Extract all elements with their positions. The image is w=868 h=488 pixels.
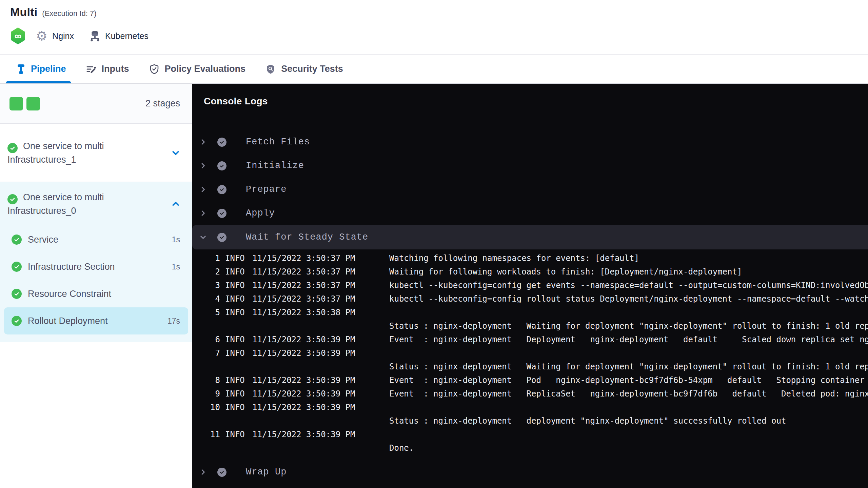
step-label: Service (28, 235, 172, 245)
pipeline-execution-page: Multi (Execution Id: 7) ∞ ⚙ Nginx Kubern… (0, 0, 868, 488)
tab-label: Pipeline (31, 64, 66, 74)
stages-sidebar: 2 stages One service to multi Infrastruc… (0, 84, 192, 488)
success-check-icon (217, 468, 226, 477)
step-label: Infrastructure Section (28, 262, 172, 272)
step-duration: 1s (172, 235, 180, 244)
section-title: Wait for Steady State (246, 232, 368, 242)
stage-row-infrastructures-0[interactable]: One service to multi Infrastructures_0 (0, 182, 192, 226)
log-line: 8INFO11/15/2022 3:50:39 PMEvent : nginx-… (192, 373, 868, 387)
log-section-prepare[interactable]: Prepare (192, 178, 868, 201)
pipeline-icon (16, 64, 26, 75)
service-gear-icon: ⚙ (36, 29, 47, 42)
console-panel: Console Logs Fetch Files Initialize Prep… (192, 84, 868, 488)
log-section-wait-for-steady-state[interactable]: Wait for Steady State (192, 225, 868, 249)
log-list: 1INFO11/15/2022 3:50:37 PMWatching follo… (192, 251, 868, 455)
console-header: Console Logs (192, 84, 868, 119)
stage-row-infrastructures-1[interactable]: One service to multi Infrastructures_1 (0, 124, 192, 182)
chevron-right-icon (199, 209, 207, 217)
chevron-down-icon[interactable] (171, 148, 181, 158)
tab-label: Security Tests (281, 64, 343, 74)
environment-name: Kubernetes (105, 31, 149, 41)
success-check-icon (12, 262, 22, 272)
success-check-icon (12, 289, 22, 299)
section-title: Initialize (246, 161, 304, 171)
chevron-right-icon (199, 138, 207, 146)
harness-cd-stage-icon: ∞ (10, 27, 26, 44)
success-check-icon (217, 138, 226, 147)
tab-inputs[interactable]: Inputs (86, 55, 129, 83)
log-section-wrap-up[interactable]: Wrap Up (192, 460, 868, 484)
step-row-infrastructure-section[interactable]: Infrastructure Section 1s (0, 253, 192, 280)
tab-label: Inputs (102, 64, 129, 74)
step-row-service[interactable]: Service 1s (0, 226, 192, 253)
stages-count: 2 stages (145, 98, 180, 109)
expanded-stage-group: One service to multi Infrastructures_0 S… (0, 182, 192, 342)
log-section-apply[interactable]: Apply (192, 201, 868, 225)
chevron-right-icon (199, 162, 207, 170)
success-check-icon (12, 316, 22, 326)
success-check-icon (217, 209, 226, 218)
chevron-right-icon (199, 468, 207, 476)
step-duration: 1s (172, 262, 180, 271)
title-row: Multi (Execution Id: 7) (10, 5, 868, 19)
page-title: Multi (10, 5, 37, 19)
step-row-resource-constraint[interactable]: Resource Constraint (0, 280, 192, 307)
success-check-icon (217, 233, 226, 242)
log-line: 2INFO11/15/2022 3:50:37 PMWaiting for fo… (192, 265, 868, 279)
service-environment-row: ∞ ⚙ Nginx Kubernetes (10, 27, 868, 44)
log-line-continuation: Status : nginx-deployment Waiting for de… (192, 319, 868, 333)
stage-name: One service to multi Infrastructures_0 (7, 191, 167, 217)
stage-status-square (26, 97, 40, 110)
step-label: Rollout Deployment (28, 316, 167, 326)
shield-scan-icon (265, 64, 276, 75)
log-section-initialize[interactable]: Initialize (192, 154, 868, 178)
tab-pipeline[interactable]: Pipeline (16, 55, 66, 83)
log-line: 7INFO11/15/2022 3:50:39 PM (192, 346, 868, 360)
section-title: Prepare (246, 184, 287, 195)
inputs-edit-icon (86, 64, 97, 75)
log-line: 6INFO11/15/2022 3:50:39 PMEvent : nginx-… (192, 333, 868, 346)
log-line: 5INFO11/15/2022 3:50:38 PM (192, 306, 868, 319)
tab-label: Policy Evaluations (165, 64, 246, 74)
console-body: Fetch Files Initialize Prepare Apply (192, 119, 868, 484)
tab-security-tests[interactable]: Security Tests (265, 55, 343, 83)
section-title: Apply (246, 208, 275, 218)
log-line-continuation: Status : nginx-deployment deployment "ng… (192, 414, 868, 428)
chevron-right-icon (199, 185, 207, 194)
log-line-continuation: Status : nginx-deployment Waiting for de… (192, 360, 868, 373)
page-header: Multi (Execution Id: 7) ∞ ⚙ Nginx Kubern… (0, 0, 868, 54)
section-title: Wrap Up (246, 467, 287, 477)
log-line: 10INFO11/15/2022 3:50:39 PM (192, 401, 868, 414)
chevron-down-icon (199, 233, 207, 241)
log-section-fetch-files[interactable]: Fetch Files (192, 130, 868, 154)
log-line: 1INFO11/15/2022 3:50:37 PMWatching follo… (192, 251, 868, 265)
chevron-up-icon[interactable] (171, 199, 181, 209)
service-name: Nginx (52, 31, 74, 41)
execution-tabbar: Pipeline Inputs Policy Eval (0, 54, 868, 84)
stages-summary: 2 stages (0, 84, 192, 124)
success-check-icon (217, 161, 226, 170)
step-duration: 17s (167, 317, 180, 326)
log-line: 11INFO11/15/2022 3:50:39 PM (192, 428, 868, 441)
execution-id: (Execution Id: 7) (42, 9, 96, 18)
log-line-continuation: Done. (192, 441, 868, 455)
stage-status-square (9, 97, 23, 110)
shield-check-icon (149, 64, 160, 75)
success-check-icon (217, 185, 226, 194)
stage-name: One service to multi Infrastructures_1 (7, 140, 167, 166)
success-check-icon (7, 143, 18, 153)
log-line: 3INFO11/15/2022 3:50:37 PMkubectl --kube… (192, 279, 868, 292)
content-split: 2 stages One service to multi Infrastruc… (0, 84, 868, 488)
log-line: 9INFO11/15/2022 3:50:39 PMEvent : nginx-… (192, 387, 868, 401)
log-line: 4INFO11/15/2022 3:50:37 PMkubectl --kube… (192, 292, 868, 306)
environment-icon (90, 30, 100, 42)
section-title: Fetch Files (246, 137, 310, 147)
step-label: Resource Constraint (28, 289, 180, 299)
console-title: Console Logs (204, 96, 268, 107)
success-check-icon (7, 194, 18, 204)
tab-policy-evaluations[interactable]: Policy Evaluations (149, 55, 246, 83)
step-row-rollout-deployment[interactable]: Rollout Deployment 17s (4, 307, 188, 334)
success-check-icon (12, 235, 22, 245)
